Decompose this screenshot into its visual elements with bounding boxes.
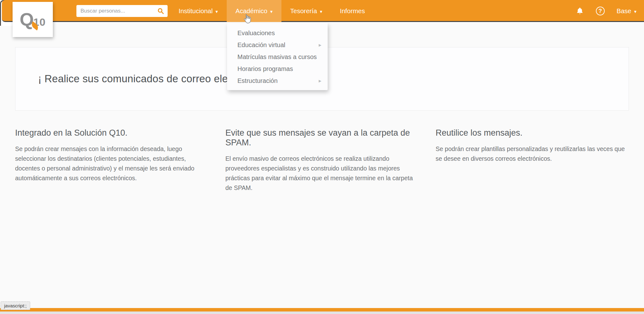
top-navbar: Institucional ▾ Académico ▾ Tesorería ▾ … [2,0,644,22]
menu-item-label: Matrículas masivas a cursos [237,53,317,61]
nav-label: Tesorería [290,7,317,15]
menu-item-evaluaciones[interactable]: Evaluaciones [227,27,328,39]
caret-down-icon: ▾ [270,9,273,14]
caret-down-icon: ▾ [320,9,322,14]
feature-columns: Integrado en la Solución Q10. Se podrán … [15,128,629,193]
app-window: Institucional ▾ Académico ▾ Tesorería ▾ … [0,0,644,314]
link-status-tooltip: javascript:; [1,301,30,310]
footer-bottom-strip [0,311,644,314]
feature-body: Se podrán crear plantillas personalizada… [436,144,629,164]
menu-item-label: Evaluaciones [237,30,275,37]
footer-accent-bar [0,308,644,311]
nav-label: Académico [236,7,267,15]
menu-item-label: Horarios programas [237,65,293,73]
caret-right-icon: ▸ [319,42,321,48]
nav-label: Institucional [179,7,213,15]
menu-item-estructuracion[interactable]: Estructuración ▸ [227,75,328,87]
nav-item-tesoreria[interactable]: Tesorería ▾ [281,0,331,22]
nav-item-academico[interactable]: Académico ▾ [227,0,281,22]
help-icon: ? [596,7,605,15]
feature-body: Se podrán crear mensajes con la informac… [15,144,208,183]
feature-body: El envío masivo de correos electrónicos … [225,154,419,193]
nav-item-institucional[interactable]: Institucional ▾ [170,0,227,22]
notifications-button[interactable] [576,7,584,15]
nav-label: Informes [340,7,365,15]
main-nav: Institucional ▾ Académico ▾ Tesorería ▾ … [170,0,374,22]
logo-letter-q: Q [20,9,33,30]
caret-down-icon: ▾ [215,9,218,14]
menu-item-educacion-virtual[interactable]: Educación virtual ▸ [227,39,328,51]
search-icon [157,8,164,14]
nav-item-informes[interactable]: Informes [331,0,374,22]
user-menu-label: Base [617,7,631,15]
q10-logo[interactable]: Q10 [13,2,53,37]
feature-column-spam: Evite que sus mensajes se vayan a la car… [225,128,419,193]
feature-column-reutilice: Reutilice los mensajes. Se podrán crear … [436,128,629,193]
academico-dropdown-menu: Evaluaciones Educación virtual ▸ Matrícu… [227,23,328,90]
navbar-right-cluster: ? Base ▾ [576,0,636,22]
help-button[interactable]: ? [596,7,605,15]
feature-heading: Reutilice los mensajes. [436,128,629,138]
menu-item-label: Estructuración [237,77,278,84]
banner-heading: ¡ Realice sus comunicados de correo ele [38,73,228,85]
menu-item-matriculas-masivas[interactable]: Matrículas masivas a cursos [227,51,328,63]
feature-heading: Evite que sus mensajes se vayan a la car… [225,128,419,148]
menu-item-horarios-programas[interactable]: Horarios programas [227,63,328,75]
search-button[interactable] [154,5,168,17]
menu-item-label: Educación virtual [237,41,285,49]
caret-right-icon: ▸ [319,78,321,84]
q10-logo-mark: Q10 [20,10,46,29]
search-box [76,5,168,17]
feature-heading: Integrado en la Solución Q10. [15,128,208,138]
bell-icon [576,7,584,15]
user-menu-base[interactable]: Base ▾ [617,7,636,15]
search-input[interactable] [76,8,154,14]
feature-column-integrado: Integrado en la Solución Q10. Se podrán … [15,128,208,193]
caret-down-icon: ▾ [634,9,636,14]
